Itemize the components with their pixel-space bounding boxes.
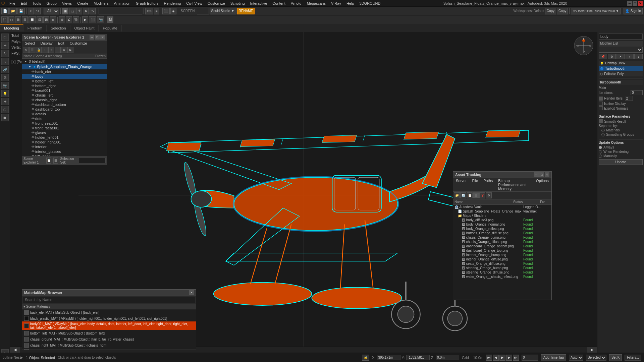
- x-coord-input[interactable]: [377, 355, 400, 360]
- lt-shape[interactable]: ⬡: [1, 106, 9, 113]
- tb2-angle-btn[interactable]: ∠: [66, 16, 72, 23]
- rotate-button[interactable]: ↻: [83, 8, 89, 14]
- menu-animation[interactable]: Animation: [111, 1, 133, 6]
- selection-filter[interactable]: All: [44, 8, 59, 14]
- iterations-input[interactable]: [631, 90, 643, 95]
- lt-camera[interactable]: 📷: [1, 82, 9, 89]
- at-menu-bitmap[interactable]: Bitmap Performance and Memory: [495, 178, 533, 191]
- at-maximize-btn[interactable]: □: [539, 172, 544, 177]
- tb2-material-editor[interactable]: M: [107, 16, 113, 23]
- menu-civil-view[interactable]: Civil View: [183, 1, 205, 6]
- mod-icon-options[interactable]: ⚙: [608, 54, 616, 59]
- se-menu-select[interactable]: Select: [22, 41, 38, 46]
- modifier-turbosmooth[interactable]: 🔵 TurboSmooth: [599, 66, 643, 71]
- mod-icon-move-down[interactable]: ↓: [634, 54, 643, 59]
- at-tb-btn-4[interactable]: ☰: [473, 192, 479, 198]
- tb2-btn-4[interactable]: ⊟: [22, 16, 28, 23]
- capture-btn[interactable]: 🔒: [362, 355, 369, 361]
- minimize-button[interactable]: ─: [627, 1, 632, 6]
- mod-icon-pin[interactable]: 📌: [599, 54, 607, 59]
- isoline-checkbox[interactable]: [599, 102, 603, 106]
- material-button[interactable]: ◈: [170, 8, 176, 14]
- at-item-vault[interactable]: 🏦 Autodesk Vault Logged O...: [453, 205, 551, 209]
- asset-tracking-header[interactable]: Asset Tracking ─ □ ✕: [453, 172, 551, 178]
- se-tb-x[interactable]: ✕: [23, 47, 29, 53]
- rename-btn[interactable]: RENAME: [237, 8, 255, 14]
- mat-search-input[interactable]: [23, 297, 195, 303]
- tb2-btn-2[interactable]: ◻: [8, 16, 14, 23]
- undo-button[interactable]: ↩: [28, 8, 34, 14]
- open-button[interactable]: 📂: [9, 8, 17, 14]
- at-item-12[interactable]: 🖼 interior_Orange_diffuse.png Found: [453, 257, 551, 261]
- at-item-10[interactable]: 🖼 dashboard_Orange_top.png Found: [453, 248, 551, 253]
- at-item-16[interactable]: 🖼 water_Orange__chasis_reflect.png Found: [453, 275, 551, 279]
- se-minimize-btn[interactable]: ─: [90, 35, 94, 40]
- se-tb-sort[interactable]: ↕: [42, 47, 48, 53]
- se-item-19[interactable]: 👁 interior_glasses: [22, 149, 107, 154]
- tb2-btn-8[interactable]: ◈: [50, 16, 56, 23]
- menu-scripting[interactable]: Scripting: [228, 1, 248, 6]
- at-item-file[interactable]: 📄 Splash_Seaplane_Floats_Orange_max_vray…: [453, 209, 551, 214]
- move-button[interactable]: ✛: [76, 8, 82, 14]
- play-prev-btn[interactable]: ⏮: [486, 355, 492, 361]
- align-button[interactable]: ≡: [154, 8, 159, 14]
- z-coord-input[interactable]: [436, 355, 459, 360]
- lt-light[interactable]: 💡: [1, 90, 9, 97]
- se-item-12[interactable]: 👁 dots: [22, 116, 107, 121]
- menu-graph-editors[interactable]: Graph Editors: [133, 1, 161, 6]
- modifier-editable-poly[interactable]: ⬡ Editable Poly: [599, 71, 643, 76]
- tab-selection[interactable]: Selection: [47, 25, 70, 32]
- se-item-5[interactable]: 👁 bottom_right: [22, 83, 107, 88]
- se-item-4[interactable]: 👁 bottom_left: [22, 79, 107, 83]
- at-item-4[interactable]: 🖼 body_Orange_normal.png Found: [453, 222, 551, 227]
- mat-item-list[interactable]: back_eler.MAT ( Multi/Sub-Object ) [back…: [22, 309, 196, 350]
- at-item-7[interactable]: 🖼 chasis_Orange_bump.png Found: [453, 235, 551, 240]
- tb2-btn-1[interactable]: ⬚: [1, 16, 8, 23]
- set-key-btn[interactable]: Set K: [609, 354, 622, 361]
- smoothing-groups-radio[interactable]: [601, 133, 605, 136]
- frame-input[interactable]: 360: [197, 8, 209, 14]
- se-item-3[interactable]: 👁 body: [22, 74, 107, 79]
- se-tb-options[interactable]: ⚙: [61, 47, 67, 53]
- auto-key-select[interactable]: Auto: [569, 355, 583, 361]
- se-menu-display[interactable]: Display: [38, 41, 55, 46]
- at-item-13[interactable]: 🖼 seats_Orange_diffuse.png Found: [453, 261, 551, 266]
- at-close-btn[interactable]: ✕: [545, 172, 549, 177]
- mat-item-3[interactable]: bottom_left_MAT ( Multi/Sub-Object ) [bo…: [22, 330, 196, 336]
- at-tb-btn-3[interactable]: 📋: [467, 192, 473, 198]
- se-item-8[interactable]: 👁 chassis_right: [22, 98, 107, 102]
- lt-helper[interactable]: ✚: [1, 98, 9, 105]
- at-item-9[interactable]: 🖼 dashboard_Orange_bottom.png Found: [453, 244, 551, 248]
- se-item-10[interactable]: 👁 dashboard_top: [22, 107, 107, 112]
- menu-content[interactable]: Content: [270, 1, 288, 6]
- lt-unlink[interactable]: ⛓: [1, 74, 9, 81]
- copy-btn-2[interactable]: Copy: [557, 8, 568, 14]
- close-button[interactable]: ✕: [638, 1, 643, 6]
- at-item-6[interactable]: 🖼 buttons_Orange_diffuse.png Found: [453, 231, 551, 235]
- tb2-render-btn[interactable]: ▶: [82, 16, 88, 23]
- mat-item-1[interactable]: black_plastic_MAT ( VRayMtl ) [holder_ri…: [22, 315, 196, 321]
- next-frame-btn[interactable]: ▶: [506, 355, 512, 361]
- se-item-17[interactable]: 👁 holder_right001: [22, 140, 107, 144]
- se-tb-expand[interactable]: +: [48, 47, 54, 53]
- lt-link[interactable]: 🔗: [1, 66, 9, 73]
- menu-file[interactable]: File: [7, 1, 18, 6]
- path-dropdown[interactable]: C:\Users\1One...\3ds Max 2020 ▼: [571, 8, 620, 14]
- menu-arnold[interactable]: Arnold: [288, 1, 304, 6]
- sign-in-btn[interactable]: 👤 Sign In: [624, 8, 643, 14]
- menu-views[interactable]: Views: [59, 1, 74, 6]
- play-btn[interactable]: ▶: [499, 355, 505, 361]
- at-item-5[interactable]: 🖼 body_Orange_reflect.png Found: [453, 227, 551, 231]
- tb2-btn-5[interactable]: 🔲: [29, 16, 36, 23]
- redo-button[interactable]: ↪: [35, 8, 41, 14]
- prev-frame-btn[interactable]: ◀: [493, 355, 499, 361]
- menu-modifiers[interactable]: Modifiers: [91, 1, 111, 6]
- se-item-16[interactable]: 👁 holder_left001: [22, 135, 107, 140]
- se-tb-collapse[interactable]: -: [55, 47, 61, 53]
- lt-rotate[interactable]: ↻: [1, 50, 9, 57]
- at-item-3[interactable]: 🖼 body_diffuse3.png Found: [453, 218, 551, 222]
- at-tb-btn-1[interactable]: 📁: [454, 192, 460, 198]
- materials-radio[interactable]: [601, 129, 605, 132]
- se-item-1[interactable]: ▾ 👁 Splash_Seaplane_Floats_Orange: [22, 64, 107, 69]
- frame-input[interactable]: [522, 355, 538, 361]
